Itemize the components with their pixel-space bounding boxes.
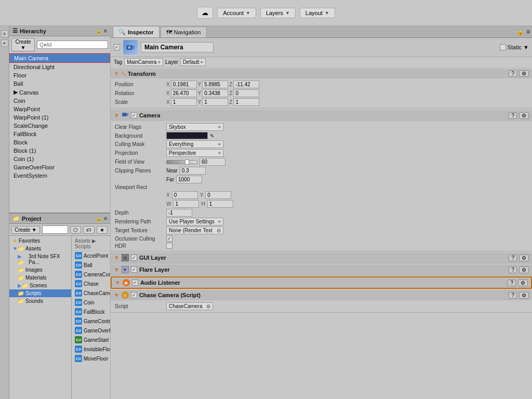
hier-item-eventsystem[interactable]: EventSystem [9, 171, 110, 180]
audio-listener-checkbox[interactable] [132, 280, 138, 286]
camera-settings-btn[interactable]: ⚙ [519, 112, 529, 119]
transform-header[interactable]: ▼ ⤡ Transform ? ⚙ [111, 69, 532, 78]
inspector-menu-icon[interactable]: ≡ [526, 28, 530, 35]
narrow-btn-1[interactable]: ≡ [1, 30, 8, 37]
hier-item-scalechange[interactable]: ScaleChange [9, 122, 110, 130]
flare-info-btn[interactable]: ? [509, 267, 517, 273]
occlusion-checkbox[interactable] [166, 235, 172, 242]
hier-item-warppoint1[interactable]: WarpPoint (1) [9, 113, 110, 122]
hier-item-warppoint[interactable]: WarpPoint [9, 105, 110, 113]
tab-navigation[interactable]: 🗺 Navigation [161, 26, 207, 37]
position-z-input[interactable] [233, 81, 259, 88]
chase-camera-checkbox[interactable] [131, 292, 137, 298]
rotation-x-input[interactable] [171, 89, 197, 97]
script-coin[interactable]: C# Coin [72, 298, 110, 307]
script-cameracontroller[interactable]: C# CameraController [72, 270, 110, 279]
script-movefloor[interactable]: C# MoveFloor [72, 354, 110, 363]
audio-listener-header[interactable]: ▼ ◉ Audio Listener ? ⚙ [112, 277, 531, 288]
depth-value-input[interactable] [166, 209, 192, 217]
script-gamestart[interactable]: C# GameStart [72, 335, 110, 344]
tag-dropdown[interactable]: MainCamera ÷ [124, 58, 163, 66]
script-chase[interactable]: C# Chase [72, 279, 110, 288]
hier-item-fallblock[interactable]: FallBlock [9, 130, 110, 138]
tree-assets[interactable]: ▼📁 Assets [9, 245, 71, 252]
audio-settings-btn[interactable]: ⚙ [518, 280, 528, 286]
rotation-z-input[interactable] [233, 89, 259, 97]
vp-w-input[interactable] [173, 200, 199, 208]
tree-favorites[interactable]: ★ Favorites [9, 237, 71, 245]
flare-layer-header[interactable]: ▼ ✦ Flare Layer ? ⚙ [111, 264, 532, 275]
chase-camera-header[interactable]: ▼ G Chase Camera (Script) ? ⚙ [111, 290, 532, 300]
vp-h-input[interactable] [207, 200, 233, 208]
project-create-btn[interactable]: Create ▼ [11, 226, 40, 234]
position-x-input[interactable] [171, 81, 197, 88]
flare-settings-btn[interactable]: ⚙ [519, 267, 529, 273]
cloud-button[interactable]: ☁ [197, 7, 213, 19]
project-star-btn[interactable]: ★ [97, 226, 108, 234]
camera-enabled-checkbox[interactable] [131, 112, 137, 118]
vp-x-input[interactable] [172, 191, 198, 199]
account-button[interactable]: Account ▼ [217, 8, 256, 18]
chase-camera-settings-btn[interactable]: ⚙ [519, 292, 529, 299]
layout-button[interactable]: Layout ▼ [300, 8, 335, 18]
transform-info-btn[interactable]: ? [509, 70, 517, 77]
hier-item-block[interactable]: Block [9, 138, 110, 147]
gui-info-btn[interactable]: ? [509, 255, 517, 261]
near-value-input[interactable] [180, 167, 206, 175]
project-label-btn[interactable]: 🏷 [83, 226, 95, 234]
static-checkbox[interactable] [500, 44, 506, 50]
hierarchy-menu[interactable]: ≡ [104, 28, 107, 34]
hdr-checkbox[interactable] [166, 243, 172, 249]
chase-camera-info-btn[interactable]: ? [509, 292, 517, 299]
hier-item-gameoverfloor[interactable]: GameOverFloor [9, 163, 110, 171]
tree-materials[interactable]: 📁 Materials [9, 274, 71, 282]
hierarchy-search-input[interactable] [37, 41, 108, 49]
script-invisiblefloor[interactable]: C# InvisibleFloor [72, 344, 110, 354]
hier-item-coin[interactable]: Coin [9, 97, 110, 105]
gui-layer-checkbox[interactable] [131, 255, 137, 261]
narrow-btn-2[interactable]: ≡ [1, 39, 8, 47]
script-gamecontroller[interactable]: C# GameController [72, 316, 110, 326]
tree-scripts[interactable]: 📁 Scripts [9, 289, 71, 297]
tree-scenes[interactable]: ▶📁 Scenes [9, 282, 71, 289]
object-enabled-checkbox[interactable] [114, 44, 120, 50]
gui-settings-btn[interactable]: ⚙ [519, 255, 529, 261]
vp-y-input[interactable] [205, 191, 231, 199]
audio-info-btn[interactable]: ? [508, 280, 516, 286]
hier-item-dir-light[interactable]: Directional Light [9, 63, 110, 71]
transform-settings-btn[interactable]: ⚙ [519, 70, 529, 77]
script-accelpoint[interactable]: C# AccelPoint [72, 251, 110, 260]
camera-info-btn[interactable]: ? [509, 112, 517, 119]
projection-dropdown[interactable]: Perspective ÷ [166, 149, 223, 157]
clear-flags-dropdown[interactable]: Skybox ÷ [166, 123, 223, 131]
tree-images[interactable]: 📁 Images [9, 266, 71, 274]
layers-button[interactable]: Layers ▼ [260, 8, 296, 18]
gui-layer-header[interactable]: ▼ G GUI Layer ? ⚙ [111, 252, 532, 263]
script-chasecamera[interactable]: C# ChaseCamera [72, 288, 110, 298]
tree-sounds[interactable]: 📁 Sounds [9, 297, 71, 305]
script-ball[interactable]: C# Ball [72, 260, 110, 270]
hierarchy-create-btn[interactable]: Create ▼ [11, 38, 35, 51]
hier-item-ball[interactable]: Ball [9, 79, 110, 88]
fov-slider[interactable] [166, 160, 197, 164]
script-fallblock[interactable]: C# FallBlock [72, 307, 110, 316]
scale-z-input[interactable] [233, 98, 259, 106]
hier-item-canvas[interactable]: ▶ Canvas [9, 88, 110, 97]
rotation-y-input[interactable] [202, 89, 228, 97]
camera-header[interactable]: ▼ Camera ? ⚙ [111, 110, 532, 121]
position-y-input[interactable] [202, 81, 228, 88]
script-gameoverfloor[interactable]: C# GameOverFloor [72, 326, 110, 335]
render-path-dropdown[interactable]: Use Player Settings ÷ [166, 218, 223, 225]
script-value-field[interactable]: ChaseCamera ⊙ [166, 302, 213, 310]
project-search-input[interactable] [42, 225, 68, 234]
hier-item-main-camera[interactable]: Main Camera [9, 54, 110, 63]
culling-mask-dropdown[interactable]: Everything ÷ [166, 140, 223, 148]
tree-3rdnote[interactable]: ▶📁 3rd Note SFX Pa... [9, 252, 71, 266]
scale-x-input[interactable] [171, 98, 197, 106]
object-name-input[interactable] [141, 42, 214, 52]
hier-item-floor[interactable]: Floor [9, 71, 110, 79]
scale-y-input[interactable] [202, 98, 228, 106]
background-color-swatch[interactable] [166, 132, 208, 139]
hier-item-coin1[interactable]: Coin (1) [9, 155, 110, 163]
background-edit-icon[interactable]: ✎ [210, 133, 214, 139]
